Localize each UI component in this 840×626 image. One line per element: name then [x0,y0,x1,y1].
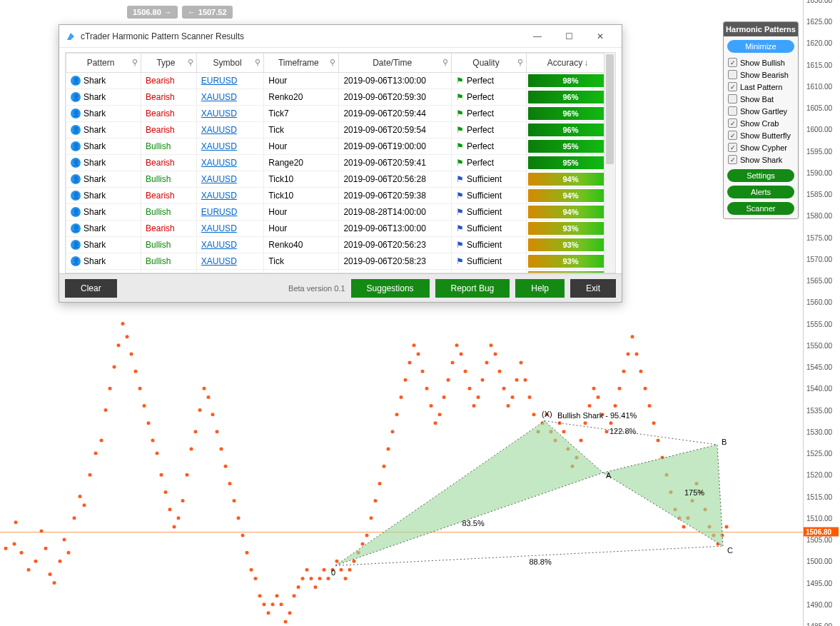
table-row[interactable]: 👤SharkBearishXAUUSDRange202019-09-06T20:… [66,155,615,171]
table-row[interactable]: 👤SharkBullishXAUUSDRange202019-09-06T20:… [66,270,615,274]
panel-option[interactable]: Show Bullish [724,56,798,69]
titlebar[interactable]: cTrader Harmonic Pattern Scanner Results… [59,25,622,48]
svg-point-164 [725,525,729,528]
table-row[interactable]: 👤SharkBearishEURUSDHour2019-09-06T13:00:… [66,73,615,89]
col-quality[interactable]: Quality⚲ [451,54,526,73]
pattern-name: Shark [84,207,106,217]
report-bug-button[interactable]: Report Bug [435,279,510,298]
checkbox-icon[interactable] [728,143,737,152]
timeframe-cell: Tick10 [264,188,339,204]
symbol-link[interactable]: EURUSD [201,207,238,217]
panel-option[interactable]: Show Bearish [724,69,798,81]
symbol-link[interactable]: XAUUSD [201,191,237,201]
svg-marker-165 [335,421,603,566]
table-row[interactable]: 👤SharkBullishXAUUSDTick102019-09-06T20:5… [66,171,615,188]
filter-icon[interactable]: ⚲ [442,58,448,67]
checkbox-icon[interactable] [728,70,737,79]
col-type[interactable]: Type⚲ [141,54,197,73]
svg-point-154 [682,525,686,528]
checkbox-icon[interactable] [728,58,737,67]
datetime-cell: 2019-09-06T20:59:38 [339,188,452,204]
window-minimize-icon[interactable]: — [522,25,553,48]
symbol-link[interactable]: XAUUSD [201,92,237,102]
scrollbar[interactable] [604,53,615,273]
settings-button[interactable]: Settings [727,169,794,182]
window-close-icon[interactable]: ✕ [585,25,616,48]
symbol-link[interactable]: XAUUSD [201,273,237,273]
window-maximize-icon[interactable]: ☐ [553,25,585,48]
symbol-link[interactable]: XAUUSD [201,125,237,135]
col-pattern[interactable]: Pattern⚲ [66,54,141,73]
svg-point-7 [44,547,48,550]
option-label: Show Bat [740,95,774,104]
table-row[interactable]: 👤SharkBearishXAUUSDHour2019-09-06T13:00:… [66,221,615,237]
svg-point-75 [344,577,348,580]
filter-icon[interactable]: ⚲ [188,58,193,67]
panel-option[interactable]: Show Shark [724,153,798,166]
filter-icon[interactable]: ⚲ [517,58,523,67]
panel-option[interactable]: Last Pattern [724,81,798,93]
quality-label: Perfect [467,158,494,168]
help-button[interactable]: Help [515,279,565,298]
svg-point-137 [609,421,613,425]
checkbox-icon[interactable] [728,94,737,104]
svg-point-56 [263,602,266,606]
svg-point-40 [194,430,198,433]
scanner-button[interactable]: Scanner [727,202,794,215]
filter-icon[interactable]: ⚲ [255,58,260,67]
table-row[interactable]: 👤SharkBearishXAUUSDTick72019-09-06T20:59… [66,106,615,122]
col-timeframe[interactable]: Timeframe⚲ [264,54,339,73]
alerts-button[interactable]: Alerts [727,186,794,198]
table-row[interactable]: 👤SharkBearishXAUUSDTick102019-09-06T20:5… [66,188,615,204]
price-badge-left[interactable]: 1506.80→ [127,6,178,19]
symbol-link[interactable]: XAUUSD [201,240,237,250]
svg-point-80 [365,533,369,537]
table-row[interactable]: 👤SharkBullishXAUUSDHour2019-09-06T19:00:… [66,138,615,155]
axis-tick: 1550.00 [806,341,832,349]
checkbox-icon[interactable] [728,82,737,91]
minimize-button[interactable]: Minimize [727,40,794,53]
svg-point-94 [425,387,429,390]
checkbox-icon[interactable] [728,155,737,164]
panel-option[interactable]: Show Cypher [724,141,798,153]
svg-point-57 [267,611,270,615]
col-accuracy[interactable]: Accuracy↓⚲ [527,54,615,73]
clear-button[interactable]: Clear [65,279,117,298]
symbol-link[interactable]: XAUUSD [201,141,237,151]
svg-point-108 [485,361,489,365]
symbol-link[interactable]: EURUSD [201,76,238,86]
panel-option[interactable]: Show Gartley [724,105,798,117]
pattern-name: Shark [84,256,106,266]
pattern-name: Shark [84,174,106,184]
table-row[interactable]: 👤SharkBullishXAUUSDTick2019-09-06T20:58:… [66,253,615,270]
filter-icon[interactable]: ⚲ [132,58,138,67]
suggestions-button[interactable]: Suggestions [351,279,430,298]
exit-button[interactable]: Exit [570,279,616,298]
symbol-link[interactable]: XAUUSD [201,158,237,168]
table-row[interactable]: 👤SharkBearishXAUUSDRenko202019-09-06T20:… [66,89,615,106]
filter-icon[interactable]: ⚲ [330,58,335,67]
symbol-link[interactable]: XAUUSD [201,256,237,266]
checkbox-icon[interactable] [728,118,737,128]
scroll-thumb[interactable] [606,54,614,164]
option-label: Show Crab [740,119,779,128]
panel-option[interactable]: Show Bat [724,93,798,105]
checkbox-icon[interactable] [728,131,737,140]
price-badges: 1506.80→ ←1507.52 [127,6,233,19]
symbol-link[interactable]: XAUUSD [201,174,237,184]
table-row[interactable]: 👤SharkBullishEURUSDHour2019-08-28T14:00:… [66,204,615,221]
col-symbol[interactable]: Symbol⚲ [196,54,264,73]
svg-point-41 [198,408,202,412]
svg-point-91 [413,343,416,347]
svg-point-109 [490,343,493,347]
price-badge-right[interactable]: ←1507.52 [182,6,233,19]
table-row[interactable]: 👤SharkBearishXAUUSDTick2019-09-06T20:59:… [66,122,615,138]
panel-option[interactable]: Show Crab [724,117,798,129]
panel-option[interactable]: Show Butterfly [724,129,798,141]
symbol-link[interactable]: XAUUSD [201,108,237,118]
col-date-time[interactable]: Date/Time⚲ [339,54,452,73]
symbol-link[interactable]: XAUUSD [201,223,237,233]
price-chart[interactable]: 0(X)ABCBullish Shark - 95.41%83.5%122.8%… [0,307,803,626]
table-row[interactable]: 👤SharkBullishXAUUSDRenko402019-09-06T20:… [66,237,615,253]
checkbox-icon[interactable] [728,106,737,116]
